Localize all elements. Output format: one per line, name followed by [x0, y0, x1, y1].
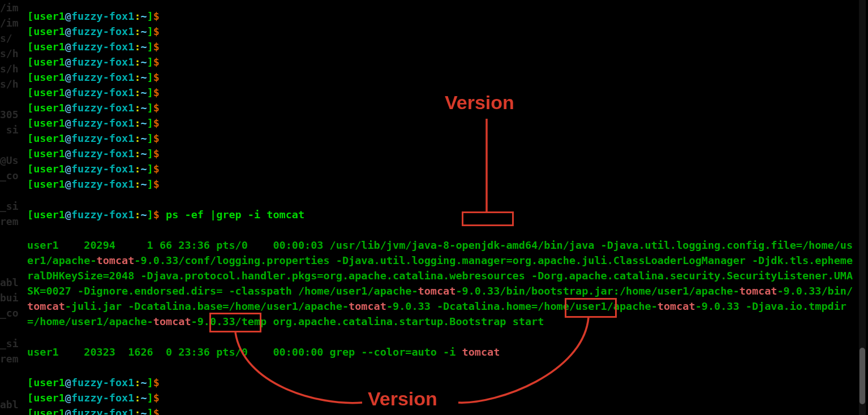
empty-prompt-line: [user1@fuzzy-fox1:~]$ — [27, 100, 857, 115]
grep-match: tomcat — [462, 346, 500, 358]
empty-prompt-line: [user1@fuzzy-fox1:~]$ — [27, 375, 857, 390]
grep-match: tomcat — [418, 285, 456, 297]
scrollbar-track[interactable] — [859, 0, 866, 415]
empty-prompt-line: [user1@fuzzy-fox1:~]$ — [27, 24, 857, 39]
empty-prompt-line: [user1@fuzzy-fox1:~]$ — [27, 161, 857, 176]
empty-prompt-line: [user1@fuzzy-fox1:~]$ — [27, 70, 857, 85]
grep-match: tomcat — [349, 300, 386, 312]
empty-prompt-line: [user1@fuzzy-fox1:~]$ — [27, 390, 857, 405]
empty-prompt-line: [user1@fuzzy-fox1:~]$ — [27, 54, 857, 70]
ps-output-process-1: user1 20294 1 66 23:36 pts/0 00:00:03 /u… — [27, 237, 857, 329]
empty-prompt-line: [user1@fuzzy-fox1:~]$ — [27, 131, 857, 146]
grep-match: tomcat — [97, 254, 135, 266]
scrollbar-thumb[interactable] — [860, 348, 865, 404]
terminal-output[interactable]: [user1@fuzzy-fox1:~]$[user1@fuzzy-fox1:~… — [27, 0, 857, 415]
empty-prompt-line: [user1@fuzzy-fox1:~]$ — [27, 405, 857, 415]
empty-prompt-line: [user1@fuzzy-fox1:~]$ — [27, 85, 857, 100]
grep-match: tomcat — [153, 315, 191, 327]
grep-match: tomcat — [658, 300, 695, 312]
typed-command: ps -ef |grep -i tomcat — [166, 209, 304, 221]
background-code-strip: /im /im s/ s/h s/h s/h 305 si @Us _co _s… — [0, 0, 27, 415]
empty-prompt-line: [user1@fuzzy-fox1:~]$ — [27, 115, 857, 131]
empty-prompt-line: [user1@fuzzy-fox1:~]$ — [27, 8, 857, 24]
grep-match: tomcat — [740, 285, 777, 297]
grep-match: tomcat — [27, 300, 65, 312]
empty-prompt-line: [user1@fuzzy-fox1:~]$ — [27, 39, 857, 54]
ps-output-process-2: user1 20323 1626 0 23:36 pts/0 00:00:00 … — [27, 344, 857, 360]
command-line: [user1@fuzzy-fox1:~]$ ps -ef |grep -i to… — [27, 207, 857, 222]
empty-prompt-line: [user1@fuzzy-fox1:~]$ — [27, 146, 857, 161]
empty-prompt-line: [user1@fuzzy-fox1:~]$ — [27, 176, 857, 192]
